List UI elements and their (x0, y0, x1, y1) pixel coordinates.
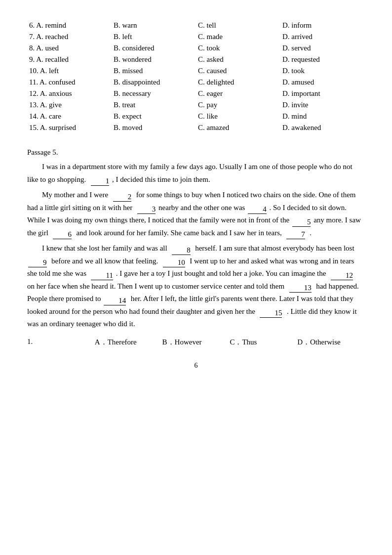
blank-6: 6 (53, 230, 72, 239)
mcq-row-13: 13. A. giveB. treatC. payD. invite (27, 99, 365, 111)
passage-paragraph-3: I knew that she lost her family and was … (27, 242, 365, 331)
mcq-cell-7-d: D. arrived (280, 31, 365, 43)
answer-1-num: 1. (27, 338, 95, 347)
mcq-cell-15-c: C. amazed (196, 122, 280, 133)
mcq-cell-7-c: C. made (196, 31, 280, 43)
mcq-row-7: 7. A. reachedB. leftC. madeD. arrived (27, 31, 365, 43)
mcq-cell-8-b: B. considered (112, 43, 196, 54)
mcq-cell-7-b: B. left (112, 31, 196, 43)
blank-12: 12 (331, 271, 353, 280)
mcq-cell-8-d: D. served (280, 43, 365, 54)
mcq-cell-10-d: D. took (280, 65, 365, 77)
p3-mid2: before and we all know that feeling. (51, 257, 158, 265)
mcq-cell-13-d: D. invite (280, 99, 365, 111)
blank-5: 5 (292, 217, 311, 227)
mcq-cell-14-b: B. expect (112, 111, 196, 122)
mcq-cell-13-c: C. pay (196, 99, 280, 111)
p1b-text: , I decided this time to join them. (112, 175, 210, 183)
p2-end: . (310, 229, 312, 237)
mcq-row-15: 15. A. surprisedB. movedC. amazedD. awak… (27, 122, 365, 133)
mcq-cell-15-d: D. awakened (280, 122, 365, 133)
mcq-cell-12-b: B. necessary (112, 88, 196, 99)
mcq-cell-6-a: 6. A. remind (27, 20, 112, 31)
mcq-cell-6-c: C. tell (196, 20, 280, 31)
mcq-cell-12-a: 12. A. anxious (27, 88, 112, 99)
p3-start: I knew that she lost her family and was … (42, 244, 167, 252)
mcq-cell-9-c: C. asked (196, 54, 280, 65)
answer-1-b: B．However (162, 338, 230, 347)
mcq-cell-9-d: D. requested (280, 54, 365, 65)
page-number: 6 (27, 362, 365, 370)
mcq-cell-12-c: C. eager (196, 88, 280, 99)
blank-3: 3 (137, 205, 156, 214)
blank-7: 7 (286, 230, 305, 239)
blank-8: 8 (172, 246, 191, 255)
mcq-cell-14-a: 14. A. care (27, 111, 112, 122)
mcq-cell-6-b: B. warn (112, 20, 196, 31)
p3-mid5: on her face when she heard it. Then I we… (27, 282, 284, 290)
mcq-cell-11-d: D. amused (280, 77, 365, 88)
blank-11: 11 (91, 271, 113, 280)
mcq-cell-9-b: B. wondered (112, 54, 196, 65)
mcq-row-8: 8. A. usedB. consideredC. tookD. served (27, 43, 365, 54)
mcq-cell-10-b: B. missed (112, 65, 196, 77)
passage-paragraph-1: I was in a department store with my fami… (27, 161, 365, 186)
blank-10: 10 (163, 258, 185, 267)
mcq-cell-14-c: C. like (196, 111, 280, 122)
blank-1: 1 (91, 176, 110, 186)
mcq-row-10: 10. A. leftB. missedC. causedD. took (27, 65, 365, 77)
mcq-cell-11-a: 11. A. confused (27, 77, 112, 88)
p2-mid5: and look around for her family. She came… (76, 229, 281, 237)
mcq-table: 6. A. remindB. warnC. tellD. inform7. A.… (27, 20, 365, 133)
answer-1-d: D．Otherwise (297, 338, 365, 347)
mcq-cell-6-d: D. inform (280, 20, 365, 31)
mcq-cell-13-a: 13. A. give (27, 99, 112, 111)
mcq-cell-11-b: B. disappointed (112, 77, 196, 88)
p2-mid2: nearby and the other one was (158, 204, 245, 212)
passage-section: Passage 5. I was in a department store w… (27, 148, 365, 331)
blank-14: 14 (104, 296, 126, 305)
blank-15: 15 (260, 308, 282, 318)
mcq-cell-15-a: 15. A. surprised (27, 122, 112, 133)
p2-start: My mother and I were (42, 191, 108, 199)
mcq-cell-13-b: B. treat (112, 99, 196, 111)
mcq-cell-8-c: C. took (196, 43, 280, 54)
mcq-cell-15-b: B. moved (112, 122, 196, 133)
passage-paragraph-2: My mother and I were 2 for some things t… (27, 189, 365, 239)
blank-9: 9 (28, 258, 47, 267)
answer-1-c: C．Thus (230, 338, 297, 347)
mcq-cell-8-a: 8. A. used (27, 43, 112, 54)
mcq-row-11: 11. A. confusedB. disappointedC. delight… (27, 77, 365, 88)
blank-2: 2 (113, 192, 132, 202)
mcq-cell-10-c: C. caused (196, 65, 280, 77)
mcq-cell-11-c: C. delighted (196, 77, 280, 88)
blank-4: 4 (248, 205, 267, 214)
mcq-cell-14-d: D. mind (280, 111, 365, 122)
answer-1-a: A．Therefore (95, 338, 162, 347)
mcq-cell-9-a: 9. A. recalled (27, 54, 112, 65)
mcq-row-6: 6. A. remindB. warnC. tellD. inform (27, 20, 365, 31)
passage-title: Passage 5. (27, 148, 365, 157)
mcq-cell-7-a: 7. A. reached (27, 31, 112, 43)
blank-13: 13 (289, 283, 312, 293)
mcq-cell-10-a: 10. A. left (27, 65, 112, 77)
mcq-row-14: 14. A. careB. expectC. likeD. mind (27, 111, 365, 122)
p3-mid4: . I gave her a toy I just bought and tol… (116, 269, 326, 277)
mcq-row-9: 9. A. recalledB. wonderedC. askedD. requ… (27, 54, 365, 65)
p3-mid: herself. I am sure that almost everybody… (195, 244, 354, 252)
answer-row-1: 1. A．Therefore B．However C．Thus D．Otherw… (27, 338, 365, 347)
mcq-cell-12-d: D. important (280, 88, 365, 99)
mcq-row-12: 12. A. anxiousB. necessaryC. eagerD. imp… (27, 88, 365, 99)
